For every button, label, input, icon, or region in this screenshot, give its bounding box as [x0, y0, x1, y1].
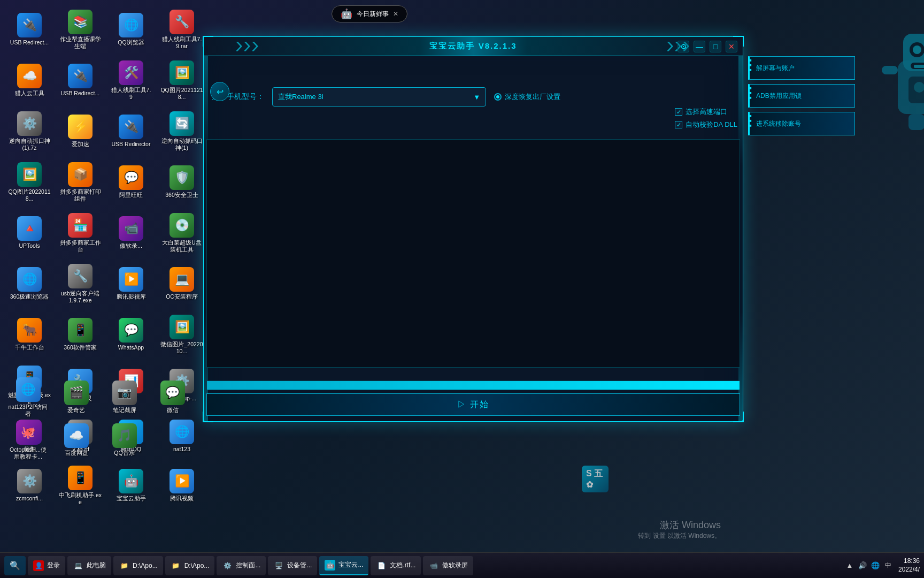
desktop-icon-hunter-cloud[interactable]: ☁️ 猎人云工具 — [5, 56, 53, 104]
desktop-icon-reverse-grab[interactable]: ⚙️ 逆向自动抓口神(1).7z — [5, 107, 53, 155]
desktop-icon-whatsapp[interactable]: 💬 WhatsApp — [107, 310, 155, 359]
desktop-icon-qq-browser[interactable]: 🌐 QQ浏览器 — [107, 5, 155, 54]
pinduo-print-label: 拼多多商家打印组件 — [59, 188, 102, 202]
desktop-icon-zhongfei[interactable]: 📱 中飞刷机助手.exe — [56, 463, 104, 508]
desktop-icon-usb-reverse-client[interactable]: 🔧 usb逆向客户端1.9.7.exe — [56, 260, 104, 308]
desktop-icon-zcmconf[interactable]: ⚙️ zcmconfi... — [5, 463, 53, 508]
desktop-icon-hunter-brush[interactable]: 🛠️ 猎人线刷工具7.9 — [107, 56, 155, 104]
app-window: 宝宝云助手 V8.2.1.3 ⚙ — □ ✕ ↩ 选择手机型号： 直我Realm… — [203, 36, 743, 422]
desktop-icon-oc-install[interactable]: 💻 OC安装程序 — [158, 260, 206, 308]
taskbar-device-mgr[interactable]: 🖥️ 设备管... — [268, 556, 317, 575]
desktop-icon-reverse-auto[interactable]: 🔄 逆向自动抓码口神(1) — [158, 107, 206, 155]
minimize-button[interactable]: — — [694, 41, 705, 52]
desktop-icon-speed-up[interactable]: ⚡ 爱加速 — [56, 107, 104, 155]
ali-wangwang-icon: 💬 — [119, 165, 143, 190]
svg-rect-13 — [908, 114, 924, 130]
selected-phone: 直我Realme 3i — [278, 92, 324, 102]
tencent-video-label: 腾讯影视库 — [117, 293, 146, 300]
taskbar-control-icon: ⚙️ — [222, 560, 233, 571]
tray-volume-icon[interactable]: 🔊 — [858, 561, 867, 571]
desktop-icon-uptools[interactable]: 🔺 UPTools — [5, 209, 53, 257]
tencent-video2-icon: ▶️ — [170, 469, 194, 493]
progress-bar-fill — [207, 381, 740, 390]
enter-system-button[interactable]: 进系统移除账号 — [748, 112, 855, 135]
taskbar-baobao-cloud[interactable]: 🤖 宝宝云... — [319, 556, 368, 575]
pinduo-work-label: 拼多多商家工作台 — [59, 239, 102, 253]
note-screen-icon: 📷 — [112, 381, 137, 405]
tray-show-hidden[interactable]: ▲ — [845, 561, 854, 571]
desktop-icon-tencent-video[interactable]: ▶️ 腾讯影视库 — [107, 260, 155, 308]
taskbar-screen-recorder[interactable]: 📹 傲软录屏 — [423, 556, 473, 575]
progress-bar-container — [206, 381, 740, 390]
taskbar-doc-label: 文档.rtf... — [390, 561, 415, 570]
desktop-icon-360-browser[interactable]: 🌐 360极速浏览器 — [5, 260, 53, 308]
desktop-icon-usb3[interactable]: 🔌 USB Redirector — [107, 107, 155, 155]
desktop-icon-nat123p2p[interactable]: 🌐 nat123P2P访问者 — [5, 375, 51, 420]
desktop-icon-wechat[interactable]: 💬 微信 — [150, 375, 195, 420]
taskbar-my-computer[interactable]: 💻 此电脑 — [67, 556, 111, 575]
taskbar-recorder-label: 傲软录屏 — [442, 561, 468, 570]
desktop-icon-aiqiyi[interactable]: 🎬 爱奇艺 — [53, 375, 99, 420]
hunter-cloud-icon: ☁️ — [17, 64, 42, 88]
deep-restore-radio[interactable]: 深度恢复出厂设置 — [494, 92, 560, 102]
desktop-icon-pinduo-print[interactable]: 📦 拼多多商家打印组件 — [56, 158, 104, 206]
taskbar-folder-1[interactable]: 📁 D:\Apo... — [113, 556, 163, 575]
tray-icons: ▲ 🔊 🌐 中 — [845, 561, 893, 571]
taskbar-folder1-icon: 📁 — [119, 560, 129, 571]
tray-ime-icon[interactable]: 中 — [883, 561, 893, 571]
desktop-icon-qq-photo2[interactable]: 🖼️ QQ图片20220118... — [5, 158, 53, 206]
desktop-icon-octoplus[interactable]: 🐙 OctoplusH...使用教程卡... — [5, 417, 51, 462]
unlock-screen-button[interactable]: 解屏幕与账户 — [748, 56, 855, 80]
taskbar-mypc-label: 此电脑 — [87, 561, 106, 570]
desktop-icon-qianniu[interactable]: 🐂 千牛工作台 — [5, 310, 53, 359]
desktop-icon-qq-music[interactable]: 🎵 QQ音乐 — [102, 417, 147, 462]
maximize-button[interactable]: □ — [710, 41, 721, 52]
checkbox-high-speed-box: ✓ — [675, 108, 682, 116]
reverse-auto-icon: 🔄 — [170, 111, 194, 136]
octoplus-icon: 🐙 — [16, 420, 41, 445]
usb-reverse-client-icon: 🔧 — [68, 264, 93, 288]
baidu-pan-label: 百度网盘 — [65, 450, 88, 457]
hunter-brush-icon: 🛠️ — [119, 60, 143, 85]
desktop-icon-note-screen[interactable]: 📷 笔记截屏 — [102, 375, 147, 420]
whatsapp-label: WhatsApp — [118, 344, 144, 351]
back-button[interactable]: ↩ — [210, 82, 229, 101]
desktop-icon-zuoye[interactable]: 📚 作业帮直播课学生端 — [56, 5, 104, 54]
taskbar-folder-2[interactable]: 📁 D:\Apo... — [165, 556, 215, 575]
desktop-icon-baidu-pan[interactable]: ☁️ 百度网盘 — [53, 417, 99, 462]
dropdown-arrow-icon: ▼ — [473, 93, 480, 101]
desktop-icon-usb-redirect[interactable]: 🔌 USB Redirect... — [5, 5, 53, 54]
svg-rect-7 — [914, 65, 924, 68]
phone-model-dropdown[interactable]: 直我Realme 3i ▼ — [272, 87, 486, 107]
desktop-icon-hunter-line[interactable]: 🔧 猎人线刷工具7.9.rar — [158, 5, 206, 54]
close-button[interactable]: ✕ — [726, 41, 737, 52]
desktop-icon-ali-wangwang[interactable]: 💬 阿里旺旺 — [107, 158, 155, 206]
desktop-icon-360-soft[interactable]: 📱 360软件管家 — [56, 310, 104, 359]
miao-soft-label: 傲软录... — [120, 242, 142, 249]
tray-network-icon[interactable]: 🌐 — [871, 561, 880, 571]
taskbar-doc-rtf[interactable]: 📄 文档.rtf... — [371, 556, 421, 575]
notification-close[interactable]: ✕ — [393, 10, 398, 18]
reverse-grab-label: 逆向自动抓口神(1).7z — [8, 138, 51, 151]
desktop-icon-miao-soft[interactable]: 📹 傲软录... — [107, 209, 155, 257]
checkbox-high-speed-label: 选择高速端口 — [686, 107, 727, 117]
checkbox-auto-verify[interactable]: ✓ 自动校验DA DLL — [675, 120, 737, 130]
taskbar-control-panel[interactable]: ⚙️ 控制面... — [217, 556, 266, 575]
desktop-icon-qq-photo[interactable]: 🖼️ QQ图片20211218... — [158, 56, 206, 104]
start-button[interactable]: ▷ 开始 — [206, 393, 740, 416]
desktop-icon-360-safe[interactable]: 🛡️ 360安全卫士 — [158, 158, 206, 206]
desktop-icon-baobao-cloud[interactable]: 🤖 宝宝云助手 — [107, 463, 155, 508]
taskbar-login[interactable]: 👤 登录 — [28, 556, 65, 575]
desktop-icon-pinduo-work[interactable]: 🏪 拼多多商家工作台 — [56, 209, 104, 257]
system-clock[interactable]: 18:36 2022/4/ — [898, 557, 920, 574]
taskbar-start[interactable]: 🔍 — [4, 556, 26, 575]
checkbox-high-speed[interactable]: ✓ 选择高速端口 — [675, 107, 737, 117]
settings-button[interactable]: ⚙ — [677, 41, 689, 52]
360-safe-label: 360安全卫士 — [165, 192, 198, 199]
adb-disable-button[interactable]: ADB禁用应用锁 — [748, 84, 855, 108]
desktop-icon-dabaicai[interactable]: 💿 大白菜超级U盘装机工具 — [158, 209, 206, 257]
taskbar-doc-icon: 📄 — [376, 560, 387, 571]
desktop-icon-wechat-photo[interactable]: 🖼️ 微信图片_2022010... — [158, 310, 206, 359]
desktop-icon-usb2[interactable]: 🔌 USB Redirect... — [56, 56, 104, 104]
desktop-icon-tencent-video2[interactable]: ▶️ 腾讯视频 — [158, 463, 206, 508]
